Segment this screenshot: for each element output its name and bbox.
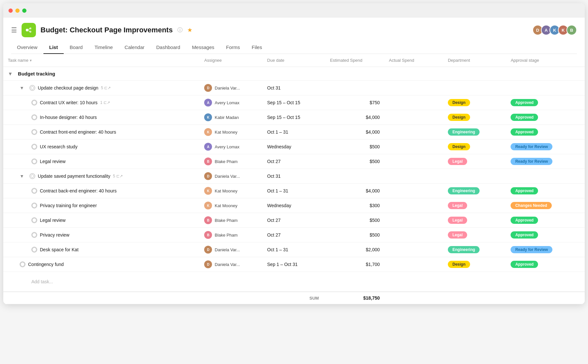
tab-calendar[interactable]: Calendar bbox=[119, 41, 150, 54]
avatar: D bbox=[204, 84, 212, 92]
table-row: In-house designer: 40 hours K Kabir Mada… bbox=[3, 110, 585, 125]
col-assignee: Assignee bbox=[200, 54, 262, 67]
svg-point-10 bbox=[32, 159, 36, 163]
dept-badge: Legal bbox=[448, 217, 467, 224]
col-task: Task name ▾ bbox=[3, 54, 200, 67]
dept-badge: Engineering bbox=[448, 246, 480, 253]
dept-badge: Engineering bbox=[448, 187, 480, 194]
minimize-button[interactable] bbox=[15, 8, 20, 13]
svg-point-17 bbox=[21, 262, 24, 266]
subtask-count: 5 ⊏↗ bbox=[113, 174, 123, 178]
table-row: Privacy review B Blake Pham Oct 27 $500 … bbox=[3, 228, 585, 242]
task-name: Contract back-end engineer: 40 hours bbox=[40, 188, 117, 193]
app-header: ☰ Budget: Checkout Page Improvements ⓘ ★… bbox=[3, 18, 585, 54]
approval-badge: Approved bbox=[511, 114, 538, 121]
task-name: Privacy review bbox=[40, 232, 69, 238]
table-row: Desk space for Kat D Daniela Var... Oct … bbox=[3, 242, 585, 257]
assignee-cell: A Avery Lomax bbox=[204, 99, 258, 107]
table-row: Contract UX writer: 10 hours 1 ⊏↗ A Aver… bbox=[3, 95, 585, 110]
table-row: UX research study A Avery Lomax Wednesda… bbox=[3, 140, 585, 154]
approval-badge: Approved bbox=[511, 187, 538, 194]
col-department: Department bbox=[443, 54, 506, 67]
task-check[interactable] bbox=[31, 232, 37, 238]
table-row: Legal review B Blake Pham Oct 27 $500 Le… bbox=[3, 154, 585, 169]
assignee-cell: D Daniela Var... bbox=[204, 260, 258, 268]
approval-badge: Changes Needed bbox=[511, 202, 551, 209]
tab-files[interactable]: Files bbox=[246, 41, 268, 54]
task-name: Contract front-end engineer: 40 hours bbox=[40, 129, 116, 135]
tab-forms[interactable]: Forms bbox=[220, 41, 246, 54]
section-toggle[interactable]: ▼ bbox=[8, 71, 13, 76]
svg-point-11 bbox=[31, 175, 34, 178]
svg-point-13 bbox=[32, 204, 36, 207]
section-label: Budget tracking bbox=[18, 71, 55, 76]
task-check[interactable] bbox=[31, 144, 37, 150]
tab-dashboard[interactable]: Dashboard bbox=[150, 41, 186, 54]
col-approval: Approval stage bbox=[506, 54, 585, 67]
section-budget-tracking: ▼ Budget tracking bbox=[3, 67, 585, 81]
avatar: A bbox=[204, 99, 212, 107]
svg-point-6 bbox=[32, 101, 36, 105]
tab-timeline[interactable]: Timeline bbox=[89, 41, 119, 54]
svg-point-2 bbox=[29, 31, 31, 33]
task-check[interactable] bbox=[31, 129, 37, 135]
svg-point-14 bbox=[32, 218, 36, 222]
tab-overview[interactable]: Overview bbox=[11, 41, 43, 54]
table-row: Contingency fund D Daniela Var... Sep 1 … bbox=[3, 257, 585, 272]
hamburger-menu[interactable]: ☰ bbox=[11, 26, 17, 34]
avatar: K bbox=[204, 113, 212, 121]
task-check[interactable] bbox=[31, 217, 37, 223]
assignee-cell: K Kat Mooney bbox=[204, 187, 258, 195]
group-row: ▼ Update checkout page design 5 ⊏↗ D Dan… bbox=[3, 81, 585, 95]
group-name: Update saved payment functionality bbox=[38, 174, 110, 179]
table-row: Legal review B Blake Pham Oct 27 $500 Le… bbox=[3, 213, 585, 228]
task-check[interactable] bbox=[29, 173, 35, 179]
assignee-cell: K Kat Mooney bbox=[204, 128, 258, 136]
task-check[interactable] bbox=[31, 158, 37, 164]
assignee-cell: D Daniela Var... bbox=[204, 172, 258, 180]
svg-point-15 bbox=[32, 233, 36, 237]
avatar: D bbox=[204, 172, 212, 180]
task-check[interactable] bbox=[29, 85, 35, 91]
assignee-cell: K Kat Mooney bbox=[204, 202, 258, 209]
task-check[interactable] bbox=[31, 100, 37, 106]
add-task-button[interactable]: Add task... bbox=[8, 275, 580, 288]
approval-badge: Approved bbox=[511, 217, 538, 224]
task-check[interactable] bbox=[31, 247, 37, 253]
star-icon[interactable]: ★ bbox=[187, 26, 192, 34]
team-avatars: D A K K B bbox=[532, 25, 577, 35]
task-check[interactable] bbox=[31, 203, 37, 208]
maximize-button[interactable] bbox=[22, 8, 26, 13]
task-col-dropdown[interactable]: ▾ bbox=[30, 58, 32, 63]
sum-row: SUM $18,750 bbox=[3, 292, 585, 304]
group-toggle[interactable]: ▼ bbox=[20, 174, 24, 179]
table-row: Contract back-end engineer: 40 hours K K… bbox=[3, 184, 585, 198]
table-header-row: Task name ▾ Assignee Due date Estimated … bbox=[3, 54, 585, 67]
add-task-row[interactable]: Add task... bbox=[3, 272, 585, 292]
approval-badge: Approved bbox=[511, 99, 538, 106]
task-check[interactable] bbox=[20, 261, 25, 267]
tab-list[interactable]: List bbox=[43, 41, 64, 54]
tab-messages[interactable]: Messages bbox=[186, 41, 220, 54]
task-check[interactable] bbox=[31, 188, 37, 194]
task-check[interactable] bbox=[31, 114, 37, 120]
task-name: In-house designer: 40 hours bbox=[40, 115, 97, 120]
assignee-cell: B Blake Pham bbox=[204, 231, 258, 239]
col-actual: Actual Spend bbox=[384, 54, 443, 67]
dept-badge: Design bbox=[448, 143, 470, 150]
dept-badge: Legal bbox=[448, 158, 467, 165]
tab-board[interactable]: Board bbox=[64, 41, 89, 54]
approval-badge: Approved bbox=[511, 128, 538, 136]
svg-point-7 bbox=[32, 115, 36, 119]
group-toggle[interactable]: ▼ bbox=[20, 85, 24, 91]
nav-tabs: Overview List Board Timeline Calendar Da… bbox=[11, 41, 577, 54]
dept-badge: Design bbox=[448, 114, 470, 121]
assignee-cell: B Blake Pham bbox=[204, 157, 258, 165]
app-logo bbox=[22, 23, 36, 37]
app-window: ☰ Budget: Checkout Page Improvements ⓘ ★… bbox=[3, 3, 585, 304]
avatar: K bbox=[204, 187, 212, 195]
approval-badge: Ready for Review bbox=[511, 246, 552, 253]
close-button[interactable] bbox=[8, 8, 13, 13]
task-name: Legal review bbox=[40, 159, 66, 164]
info-icon[interactable]: ⓘ bbox=[177, 27, 183, 34]
